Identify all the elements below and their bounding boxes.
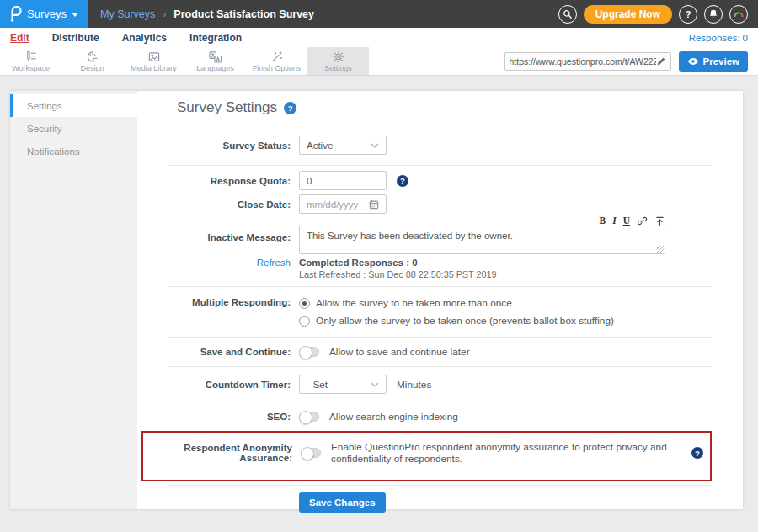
module-nav: Edit Distribute Analytics Integration Re… <box>0 28 758 47</box>
inactive-message-textarea[interactable]: This Survey has been deactivated by the … <box>299 226 665 254</box>
countdown-timer-select[interactable]: --Set-- <box>299 375 387 394</box>
inactive-message-label: Inactive Message: <box>168 226 291 242</box>
radio-option-label: Only allow the survey to be taken once (… <box>316 315 614 327</box>
toolbar-tab-label: Design <box>80 64 104 72</box>
palette-icon <box>86 51 99 63</box>
sidebar-item-settings[interactable]: Settings <box>10 94 137 117</box>
toolbar-tab-design[interactable]: Design <box>61 47 123 75</box>
bell-icon <box>708 8 718 19</box>
breadcrumb: My Surveys › Product Satisfaction Survey <box>88 0 314 28</box>
tab-edit[interactable]: Edit <box>10 32 29 44</box>
save-changes-button[interactable]: Save Changes <box>299 492 386 513</box>
italic-icon[interactable]: I <box>612 216 616 226</box>
notifications-button[interactable] <box>704 5 723 24</box>
preview-button-label: Preview <box>703 56 739 66</box>
toolbar-tab-finish-options[interactable]: Finish Options <box>246 47 307 75</box>
form-footer: Save Changes <box>168 485 712 513</box>
settings-content: Survey Settings ? Survey Status: Active <box>137 91 743 509</box>
toolbar-right: Preview <box>504 47 758 75</box>
response-quota-label: Response Quota: <box>168 176 291 186</box>
radio-option-once[interactable]: Only allow the survey to be taken once (… <box>299 315 712 327</box>
breadcrumb-parent[interactable]: My Surveys <box>100 8 155 20</box>
survey-status-select[interactable]: Active <box>299 136 387 155</box>
help-button[interactable]: ? <box>679 5 697 24</box>
upgrade-now-button[interactable]: Upgrade Now <box>584 5 672 24</box>
title-row: Survey Settings ? <box>168 91 712 125</box>
survey-status-value: Active <box>307 141 333 151</box>
product-switcher[interactable]: Surveys <box>0 0 88 28</box>
anonymity-toggle[interactable] <box>301 448 321 458</box>
radio-selected-icon[interactable] <box>299 298 310 309</box>
preview-button[interactable]: Preview <box>679 51 748 72</box>
edit-pencil-icon[interactable] <box>656 56 666 66</box>
breadcrumb-current: Product Satisfaction Survey <box>173 8 314 20</box>
radio-unselected-icon[interactable] <box>299 316 310 327</box>
image-icon <box>147 51 161 63</box>
calendar-icon[interactable] <box>369 200 379 210</box>
app-root: Surveys My Surveys › Product Satisfactio… <box>0 0 758 509</box>
response-quota-field <box>299 171 387 190</box>
search-icon <box>563 9 573 19</box>
responses-count[interactable]: Responses: 0 <box>689 33 748 43</box>
save-and-continue-row: Save and Continue: Allow to save and con… <box>168 338 712 367</box>
inactive-message-row: Inactive Message: This Survey has been d… <box>168 226 712 256</box>
settings-sidebar: Settings Security Notifications <box>10 91 137 509</box>
response-quota-input[interactable] <box>307 176 379 186</box>
survey-settings-help-icon[interactable]: ? <box>284 102 296 114</box>
anonymity-label: Respondent Anonymity Assurance: <box>143 443 292 463</box>
anonymity-text: Enable QuestionPro respondent anonymity … <box>331 441 685 465</box>
toolbar-tab-label: Media Library <box>131 64 177 72</box>
toolbar-tab-settings[interactable]: Settings <box>307 47 369 75</box>
anonymity-highlight-box: Respondent Anonymity Assurance: Enable Q… <box>141 431 712 481</box>
save-and-continue-toggle[interactable] <box>299 347 319 357</box>
page-title: Survey Settings <box>177 99 277 116</box>
gear-icon <box>332 51 345 63</box>
save-and-continue-label: Save and Continue: <box>168 347 291 357</box>
tab-distribute[interactable]: Distribute <box>52 32 99 44</box>
countdown-timer-label: Countdown Timer: <box>168 380 291 390</box>
survey-url-input[interactable] <box>510 56 656 66</box>
radio-option-label: Allow the survey to be taken more than o… <box>316 297 512 309</box>
settings-card: Settings Security Notifications Survey S… <box>10 91 743 509</box>
refresh-link[interactable]: Refresh <box>257 258 291 268</box>
product-name: Surveys <box>27 8 67 20</box>
close-date-input[interactable]: mm/dd/yyyy <box>299 194 387 214</box>
eye-icon <box>687 57 699 66</box>
search-button[interactable] <box>558 5 577 24</box>
gauge-icon <box>733 9 745 19</box>
magic-wand-icon <box>270 51 284 63</box>
response-quota-row: Response Quota: ? <box>168 166 712 193</box>
breadcrumb-separator: › <box>163 8 166 20</box>
anonymity-help-icon[interactable]: ? <box>691 447 703 459</box>
survey-url-box <box>504 52 671 71</box>
underline-icon[interactable]: U <box>623 216 630 226</box>
response-quota-help-icon[interactable]: ? <box>397 175 408 187</box>
seo-toggle[interactable] <box>299 412 319 422</box>
editor-toolbar-row: B I U <box>168 215 712 226</box>
radio-option-multiple[interactable]: Allow the survey to be taken more than o… <box>299 297 712 309</box>
toolbar-tab-media-library[interactable]: Media Library <box>123 47 184 75</box>
chevron-down-icon <box>72 13 78 17</box>
completed-responses: Completed Responses : 0 <box>299 258 712 268</box>
close-date-placeholder: mm/dd/yyyy <box>307 200 358 210</box>
toolbar-tab-workspace[interactable]: Workspace <box>0 47 61 75</box>
seo-label: SEO: <box>168 412 291 422</box>
header-actions: Upgrade Now ? <box>558 0 758 28</box>
refresh-row: Refresh Completed Responses : 0 Last Ref… <box>168 256 712 287</box>
countdown-timer-value: --Set-- <box>307 380 334 390</box>
toolbar-tab-label: Workspace <box>12 64 50 72</box>
toolbar-tab-label: Settings <box>324 64 352 72</box>
account-meter-button[interactable] <box>729 5 748 24</box>
translate-icon <box>208 51 222 63</box>
bold-icon[interactable]: B <box>600 216 606 226</box>
edit-toolbar: Workspace Design Media Library <box>0 47 758 76</box>
tab-integration[interactable]: Integration <box>190 32 242 44</box>
countdown-timer-row: Countdown Timer: --Set-- Minutes <box>168 367 712 402</box>
inactive-message-wrap: This Survey has been deactivated by the … <box>299 226 665 254</box>
chevron-down-icon <box>371 382 379 387</box>
toolbar-tab-languages[interactable]: Languages <box>184 47 246 75</box>
anonymity-row: Respondent Anonymity Assurance: Enable Q… <box>143 441 703 465</box>
sidebar-item-security[interactable]: Security <box>10 117 137 140</box>
sidebar-item-notifications[interactable]: Notifications <box>10 140 137 162</box>
tab-analytics[interactable]: Analytics <box>122 32 167 44</box>
